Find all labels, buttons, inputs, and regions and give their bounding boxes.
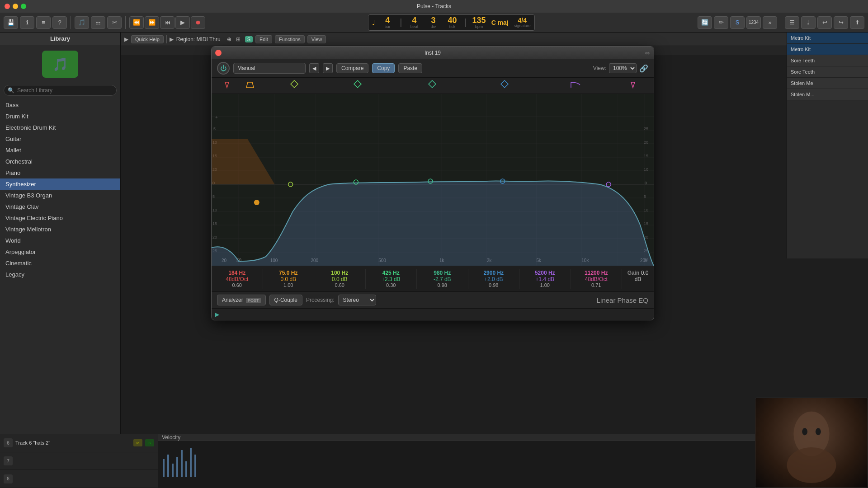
sidebar-item-vintage-clav[interactable]: Vintage Clav [0, 201, 120, 212]
sidebar-item-vintage-electric-piano[interactable]: Vintage Electric Piano [0, 212, 120, 224]
search-input[interactable] [17, 87, 113, 94]
s-badge[interactable]: S [245, 36, 253, 42]
band5-freq: 980 Hz [434, 270, 451, 276]
sidebar-item-cinematic[interactable]: Cinematic [0, 258, 120, 269]
mixer-button[interactable]: ⚏ [91, 16, 105, 29]
rp-item-5[interactable]: Stolen Me [787, 78, 868, 89]
rp-item-2[interactable]: Metro Kit [787, 44, 868, 55]
cycle-button[interactable]: 🔄 [698, 16, 712, 29]
velocity-graph[interactable] [158, 441, 832, 488]
rp-item-1[interactable]: Metro Kit [787, 33, 868, 44]
track-name-1: Track 6 "hats 2" [15, 440, 131, 446]
preset-prev-button[interactable]: ◀ [309, 63, 319, 73]
edit-button[interactable]: Edit [255, 35, 272, 43]
view-select[interactable]: 100% [609, 63, 637, 73]
band2-freq: 75.0 Hz [279, 270, 297, 276]
sidebar-item-arpeggiator[interactable]: Arpeggiator [0, 246, 120, 258]
analyzer-button[interactable]: Analyzer POST [217, 295, 266, 305]
minimize-button[interactable] [13, 4, 18, 9]
add-icon[interactable]: ⊕ [227, 36, 231, 42]
paste-button[interactable]: Paste [398, 63, 422, 73]
sidebar-item-vintage-mellotron[interactable]: Vintage Mellotron [0, 224, 120, 235]
sidebar-item-bass[interactable]: Bass [0, 99, 120, 111]
copy-button[interactable]: Copy [372, 63, 395, 73]
svg-rect-68 [172, 464, 174, 477]
vsep [166, 35, 167, 43]
sidebar-item-piano[interactable]: Piano [0, 167, 120, 178]
link-button[interactable]: 🔗 [639, 64, 648, 73]
help-button[interactable]: ? [52, 16, 67, 29]
close-button[interactable] [5, 4, 10, 9]
quick-help-button[interactable]: Quick Help [131, 35, 164, 43]
metronome-button[interactable]: 🎵 [75, 16, 89, 29]
search-bar[interactable]: 🔍 [4, 85, 117, 96]
sidebar-item-drum-kit[interactable]: Drum Kit [0, 111, 120, 122]
track-solo-1[interactable]: S [145, 439, 154, 446]
band5-db: -2.7 dB [434, 276, 451, 282]
svg-marker-2 [291, 80, 298, 88]
pencil-button[interactable]: ✏ [714, 16, 728, 29]
eq-play-button[interactable]: ▶ [215, 311, 219, 318]
svg-point-75 [787, 447, 836, 483]
sidebar-item-synthesizer[interactable]: Synthesizer [0, 178, 120, 190]
processing-select[interactable]: Stereo [338, 295, 376, 305]
band6-q: 0.98 [489, 282, 498, 288]
functions-button[interactable]: Functions [275, 35, 305, 43]
svg-rect-70 [181, 450, 183, 477]
eq-power-button[interactable]: ⏻ [217, 62, 230, 75]
preset-select[interactable]: Manual [233, 63, 306, 74]
info-button[interactable]: ℹ [20, 16, 34, 29]
main-toolbar: 💾 ℹ ≡ ? 🎵 ⚏ ✂ ⏪ ⏩ ⏮ ▶ ⏺ ♩ 4 bar | 4 beat… [0, 13, 868, 33]
sidebar-item-orchestral[interactable]: Orchestral [0, 156, 120, 167]
sidebar-item-electronic-drum-kit[interactable]: Electronic Drum Kit [0, 122, 120, 133]
svg-marker-3 [354, 80, 361, 88]
sidebar-item-mallet[interactable]: Mallet [0, 145, 120, 156]
view-button[interactable]: View [307, 35, 326, 43]
rp-item-6[interactable]: Stolen M... [787, 89, 868, 100]
sidebar-item-guitar[interactable]: Guitar [0, 133, 120, 145]
sep3 [781, 16, 781, 29]
sidebar-item-vintage-b3-organ[interactable]: Vintage B3 Organ [0, 190, 120, 201]
eq-graph[interactable]: + 5 10 15 20 0 5 10 15 20 25 25 20 15 10 [212, 94, 654, 266]
band1-freq: 184 Hz [228, 270, 245, 276]
band8-freq: 11200 Hz [585, 270, 608, 276]
gain-label: Gain [627, 270, 640, 276]
q-couple-button[interactable]: Q-Couple [269, 295, 302, 305]
counter-button[interactable]: 1234 [746, 16, 761, 29]
fast-forward-button[interactable]: ⏩ [145, 16, 159, 29]
velocity-svg [158, 441, 832, 488]
camera-icon[interactable]: ⊞ [236, 36, 241, 42]
track-header: ▶ Quick Help ▶ Region: MIDI Thru ⊕ ⊞ S E… [121, 33, 868, 46]
list-button[interactable]: ≡ [36, 16, 51, 29]
velocity-header: Velocity 119 [158, 434, 832, 441]
preset-dropdown[interactable]: Manual [233, 63, 306, 74]
track-mute-1[interactable]: M [133, 439, 142, 446]
redo-button[interactable]: ↪ [834, 16, 848, 29]
band7-q: 1.00 [540, 282, 550, 288]
play-button[interactable]: ▶ [175, 16, 190, 29]
compare-button[interactable]: Compare [336, 63, 368, 73]
sidebar-item-legacy[interactable]: Legacy [0, 269, 120, 280]
record-button[interactable]: ⏺ [191, 16, 205, 29]
eq-close-button[interactable]: × [215, 50, 222, 56]
maximize-button[interactable] [21, 4, 26, 9]
undo-button[interactable]: ↩ [817, 16, 832, 29]
svg-text:10: 10 [644, 208, 648, 212]
share-button[interactable]: ⬆ [850, 16, 864, 29]
list-view-button[interactable]: ☰ [785, 16, 799, 29]
window-controls[interactable] [5, 4, 26, 9]
notes-button[interactable]: ♩ [801, 16, 816, 29]
band-3-values: 100 Hz 0.0 dB 0.60 [314, 269, 366, 289]
save-button[interactable]: 💾 [4, 16, 18, 29]
s-button[interactable]: S [730, 16, 745, 29]
eq-resize-handle[interactable]: ⇔ [645, 49, 650, 56]
preset-next-button[interactable]: ▶ [323, 63, 333, 73]
rewind-button[interactable]: ⏪ [129, 16, 144, 29]
go-start-button[interactable]: ⏮ [160, 16, 175, 29]
more-button[interactable]: » [763, 16, 777, 29]
rp-item-4[interactable]: Sore Teeth [787, 66, 868, 78]
sidebar-item-world[interactable]: World [0, 235, 120, 246]
rp-item-3[interactable]: Sore Teeth [787, 55, 868, 66]
scissors-button[interactable]: ✂ [107, 16, 122, 29]
tick-display: 40 tick [445, 16, 459, 29]
